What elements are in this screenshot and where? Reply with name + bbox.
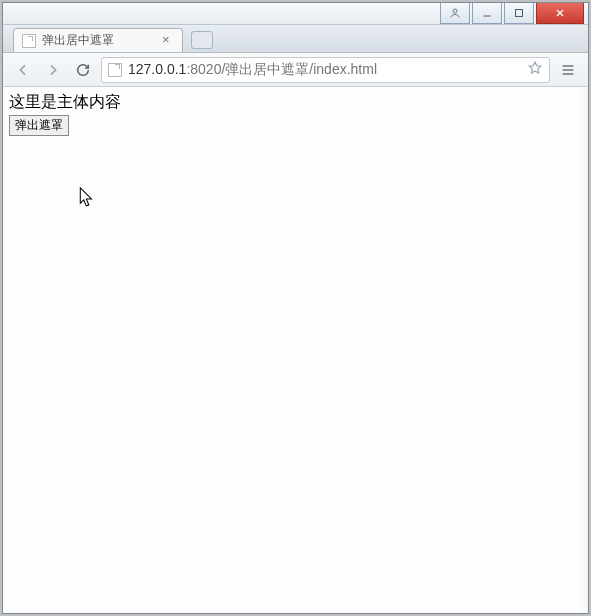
tab-title: 弹出居中遮罩 [42, 32, 114, 49]
hamburger-menu-icon[interactable] [556, 58, 580, 82]
forward-button[interactable] [41, 58, 65, 82]
maximize-button[interactable] [504, 3, 534, 24]
body-heading-text: 这里是主体内容 [9, 91, 582, 113]
scrollbar-track[interactable] [580, 87, 588, 613]
cursor-icon [79, 187, 97, 215]
url-port: :8020 [186, 61, 221, 77]
tab-strip: 弹出居中遮罩 × [3, 25, 588, 53]
reload-button[interactable] [71, 58, 95, 82]
user-switch-button[interactable] [440, 3, 470, 24]
url-text: 127.0.0.1:8020/弹出居中遮罩/index.html [128, 61, 521, 79]
minimize-button[interactable] [472, 3, 502, 24]
window-titlebar [3, 3, 588, 25]
tab-active[interactable]: 弹出居中遮罩 × [13, 28, 183, 52]
back-button[interactable] [11, 58, 35, 82]
file-icon [108, 63, 122, 77]
page-body: 这里是主体内容 弹出遮罩 [3, 87, 588, 140]
svg-rect-1 [516, 10, 523, 17]
toolbar: 127.0.0.1:8020/弹出居中遮罩/index.html [3, 53, 588, 87]
url-path: /弹出居中遮罩/index.html [221, 61, 377, 77]
svg-point-0 [453, 9, 457, 13]
bookmark-star-icon[interactable] [527, 60, 543, 80]
close-tab-button[interactable]: × [162, 35, 174, 47]
file-icon [22, 34, 36, 48]
popup-mask-button[interactable]: 弹出遮罩 [9, 115, 69, 136]
close-window-button[interactable] [536, 3, 584, 24]
page-viewport: 这里是主体内容 弹出遮罩 [3, 87, 588, 613]
new-tab-button[interactable] [191, 31, 213, 49]
url-host: 127.0.0.1 [128, 61, 186, 77]
browser-window: 弹出居中遮罩 × 127.0.0.1:8020/弹出居中遮罩/index.htm… [2, 2, 589, 614]
address-bar[interactable]: 127.0.0.1:8020/弹出居中遮罩/index.html [101, 57, 550, 83]
